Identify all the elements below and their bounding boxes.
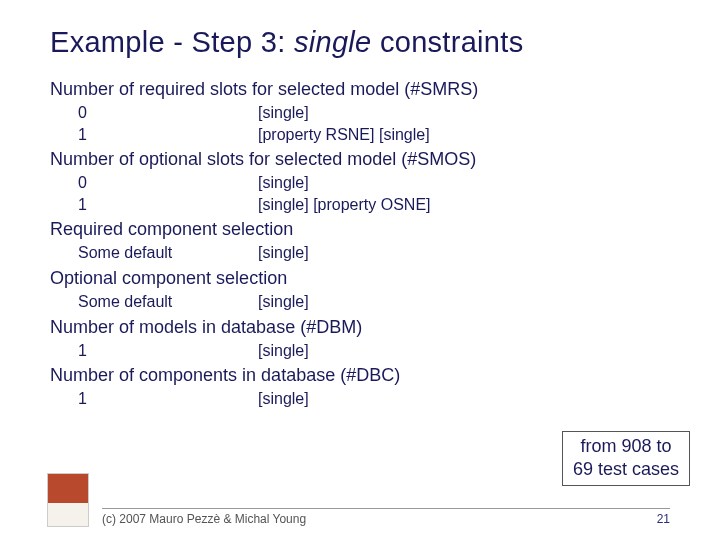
section-heading-smos: Number of optional slots for selected mo… bbox=[50, 149, 670, 170]
page-number: 21 bbox=[657, 512, 670, 526]
book-cover-thumb bbox=[48, 474, 88, 526]
row-val: [single] bbox=[258, 242, 670, 264]
row-key: 0 bbox=[78, 102, 258, 124]
section-heading-optcomp: Optional component selection bbox=[50, 268, 670, 289]
row-key: Some default bbox=[78, 242, 258, 264]
row-key: 1 bbox=[78, 194, 258, 216]
slide-title: Example - Step 3: single constraints bbox=[50, 26, 670, 59]
table-row: 1 [single] [property OSNE] bbox=[78, 194, 670, 216]
footer-line: (c) 2007 Mauro Pezzè & Michal Young 21 bbox=[102, 508, 670, 526]
row-val: [property RSNE] [single] bbox=[258, 124, 670, 146]
callout-line1: from 908 to bbox=[573, 435, 679, 458]
copyright-text: (c) 2007 Mauro Pezzè & Michal Young bbox=[102, 512, 306, 526]
row-key: Some default bbox=[78, 291, 258, 313]
section-heading-dbc: Number of components in database (#DBC) bbox=[50, 365, 670, 386]
row-val: [single] bbox=[258, 388, 670, 410]
row-val: [single] bbox=[258, 172, 670, 194]
row-val: [single] bbox=[258, 340, 670, 362]
footer: (c) 2007 Mauro Pezzè & Michal Young 21 bbox=[0, 474, 720, 526]
section-heading-smrs: Number of required slots for selected mo… bbox=[50, 79, 670, 100]
table-row: 1 [single] bbox=[78, 340, 670, 362]
slide: Example - Step 3: single constraints Num… bbox=[0, 0, 720, 410]
row-key: 0 bbox=[78, 172, 258, 194]
title-suffix: constraints bbox=[380, 26, 524, 58]
table-row: Some default [single] bbox=[78, 242, 670, 264]
row-key: 1 bbox=[78, 388, 258, 410]
row-key: 1 bbox=[78, 124, 258, 146]
row-val: [single] [property OSNE] bbox=[258, 194, 670, 216]
title-italic: single bbox=[294, 26, 380, 58]
table-row: 1 [single] bbox=[78, 388, 670, 410]
title-prefix: Example - Step 3: bbox=[50, 26, 294, 58]
table-row: 0 [single] bbox=[78, 102, 670, 124]
table-row: 0 [single] bbox=[78, 172, 670, 194]
section-heading-reqcomp: Required component selection bbox=[50, 219, 670, 240]
row-val: [single] bbox=[258, 291, 670, 313]
section-heading-dbm: Number of models in database (#DBM) bbox=[50, 317, 670, 338]
row-val: [single] bbox=[258, 102, 670, 124]
row-key: 1 bbox=[78, 340, 258, 362]
table-row: Some default [single] bbox=[78, 291, 670, 313]
table-row: 1 [property RSNE] [single] bbox=[78, 124, 670, 146]
